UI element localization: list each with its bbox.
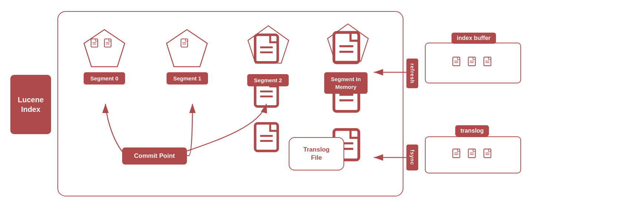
- doc-icon: [467, 148, 479, 162]
- doc-icon: [104, 38, 114, 51]
- doc-icon: [90, 38, 101, 51]
- segment-memory-label: Segment InMemory: [324, 72, 368, 94]
- doc-icon: [252, 32, 289, 75]
- svg-rect-43: [453, 149, 460, 157]
- doc-icon: [252, 121, 289, 163]
- svg-rect-15: [255, 35, 278, 63]
- refresh-pill: refresh: [406, 59, 418, 88]
- svg-rect-34: [453, 57, 460, 66]
- pentagon-seg1: [165, 28, 209, 69]
- doc-icon: [467, 56, 479, 70]
- svg-rect-4: [91, 39, 98, 47]
- doc-icon: [452, 56, 463, 70]
- commit-point-box: Commit Point: [122, 147, 187, 165]
- svg-rect-49: [484, 149, 491, 157]
- doc-icon: [483, 148, 494, 162]
- svg-rect-11: [181, 39, 188, 47]
- svg-rect-21: [255, 123, 278, 151]
- lucene-index-label: LuceneIndex: [18, 95, 44, 114]
- svg-rect-25: [334, 32, 359, 63]
- doc-icon: [483, 56, 494, 70]
- translog-label: translog: [455, 125, 489, 136]
- translog-box: [425, 136, 521, 173]
- segment-0-label: Segment 0: [84, 72, 125, 84]
- doc-icon: [180, 38, 191, 51]
- index-buffer-label: index buffer: [452, 33, 496, 44]
- svg-rect-46: [468, 149, 475, 157]
- svg-rect-7: [104, 39, 111, 47]
- index-buffer-box: [425, 43, 521, 83]
- fsync-pill: fsync: [406, 145, 418, 170]
- pentagon-seg-memory: [326, 22, 370, 63]
- segment-1-label: Segment 1: [167, 72, 208, 84]
- pentagon-seg0: [82, 28, 127, 69]
- doc-icon: [452, 148, 463, 162]
- pentagon-seg2: [246, 24, 291, 65]
- lucene-index-box: LuceneIndex: [10, 75, 51, 134]
- canvas: LuceneIndex Segment 0: [0, 0, 644, 209]
- segment-2-label: Segment 2: [247, 74, 289, 86]
- svg-rect-37: [468, 57, 475, 66]
- doc-icon: [330, 30, 371, 77]
- translog-file-box: TranslogFile: [289, 137, 344, 170]
- svg-rect-40: [484, 57, 491, 66]
